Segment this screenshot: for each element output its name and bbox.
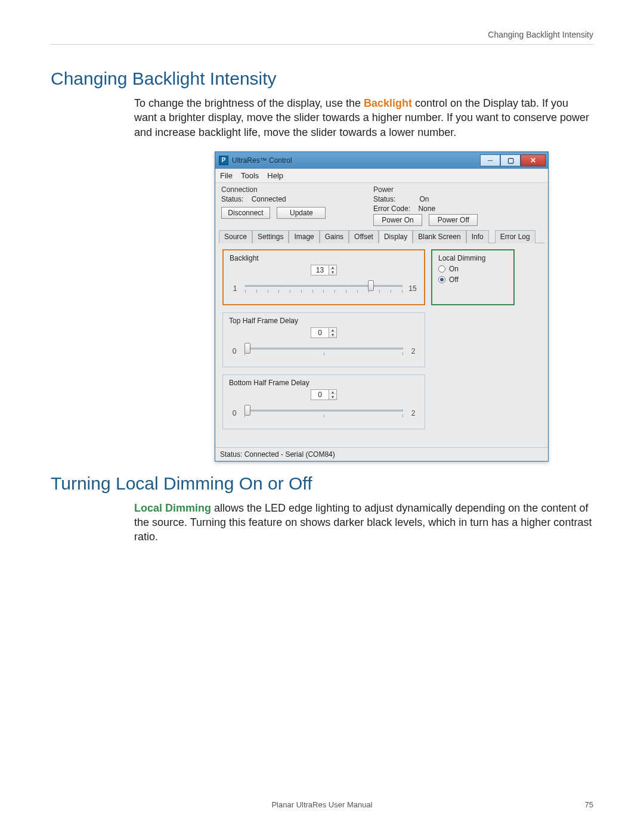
local-dimming-group: Local Dimming On Off (431, 249, 515, 305)
top-delay-spinner-down[interactable]: ▼ (329, 333, 336, 337)
top-delay-spinner[interactable]: 0 ▲ ▼ (311, 327, 337, 338)
close-icon: ✕ (530, 156, 536, 165)
backlight-spinner-down[interactable]: ▼ (329, 270, 336, 275)
bottom-delay-min: 0 (229, 409, 240, 417)
para2-highlight-local-dimming: Local Dimming (134, 502, 211, 514)
top-delay-spinner-up[interactable]: ▲ (329, 328, 336, 333)
backlight-value: 13 (311, 265, 329, 275)
bottom-delay-max: 2 (408, 409, 419, 417)
backlight-max: 15 (407, 284, 418, 293)
backlight-spinner[interactable]: 13 ▲ ▼ (311, 265, 337, 275)
heading-local-dimming: Turning Local Dimming On or Off (51, 473, 593, 494)
top-area: Connection Status: Connected Disconnect … (215, 183, 548, 230)
top-delay-legend: Top Half Frame Delay (229, 317, 419, 325)
para1-highlight-backlight: Backlight (364, 97, 412, 109)
footer-center: Planar UltraRes User Manual (0, 800, 644, 809)
connection-status-label: Status: (221, 195, 243, 203)
tab-strip: Source Settings Image Gains Offset Displ… (219, 230, 544, 243)
power-error-value: None (418, 205, 435, 213)
page-number: 75 (585, 800, 593, 809)
radio-off-label: Off (449, 275, 459, 284)
tab-gains[interactable]: Gains (320, 230, 349, 243)
local-dimming-off-row[interactable]: Off (438, 275, 507, 284)
tab-settings[interactable]: Settings (252, 230, 289, 243)
bottom-delay-spinner-down[interactable]: ▼ (329, 395, 336, 400)
para1-pre: To change the brightness of the display,… (134, 97, 364, 109)
radio-off[interactable] (438, 276, 445, 283)
bottom-delay-legend: Bottom Half Frame Delay (229, 379, 419, 387)
backlight-min: 1 (230, 284, 240, 293)
statusbar: Status: Connected - Serial (COM84) (215, 447, 548, 461)
minimize-button[interactable]: ─ (480, 154, 500, 166)
bottom-delay-spinner[interactable]: 0 ▲ ▼ (311, 389, 337, 400)
backlight-slider[interactable]: 1 15 (230, 281, 418, 296)
power-off-button[interactable]: Power Off (429, 214, 478, 226)
connection-status-value: Connected (252, 195, 286, 203)
connection-heading: Connection (221, 185, 349, 194)
ultrares-window: P UltraRes™ Control ─ ▢ ✕ File Tools Hel… (215, 151, 549, 462)
paragraph-local-dimming: Local Dimming allows the LED edge lighti… (51, 501, 593, 544)
tab-image[interactable]: Image (289, 230, 319, 243)
disconnect-button[interactable]: Disconnect (221, 207, 270, 219)
power-on-button[interactable]: Power On (373, 214, 422, 226)
local-dimming-on-row[interactable]: On (438, 265, 507, 273)
top-delay-min: 0 (229, 347, 240, 355)
maximize-button[interactable]: ▢ (500, 154, 521, 166)
menu-tools[interactable]: Tools (241, 171, 259, 180)
tab-body-display: Backlight 13 ▲ ▼ 1 (215, 243, 548, 447)
power-status-value: On (419, 195, 429, 203)
tab-source[interactable]: Source (219, 230, 252, 243)
update-button[interactable]: Update (277, 207, 326, 219)
close-button[interactable]: ✕ (521, 154, 546, 166)
tab-info[interactable]: Info (466, 230, 489, 243)
minimize-icon: ─ (488, 156, 493, 165)
bottom-half-frame-delay-group: Bottom Half Frame Delay 0 ▲ ▼ 0 (222, 374, 425, 429)
bottom-delay-spinner-up[interactable]: ▲ (329, 390, 336, 395)
bottom-delay-slider[interactable]: 0 2 (229, 406, 419, 420)
backlight-slider-thumb[interactable] (368, 280, 374, 291)
backlight-spinner-up[interactable]: ▲ (329, 265, 336, 270)
local-dimming-legend: Local Dimming (438, 254, 507, 262)
maximize-icon: ▢ (507, 156, 514, 165)
menu-file[interactable]: File (220, 171, 233, 180)
top-delay-value: 0 (311, 328, 329, 337)
tab-error-log[interactable]: Error Log (495, 230, 535, 243)
power-error-label: Error Code: (373, 205, 410, 213)
menubar: File Tools Help (215, 169, 548, 183)
app-icon: P (219, 156, 228, 165)
bottom-delay-slider-thumb[interactable] (244, 405, 250, 416)
top-delay-max: 2 (408, 347, 419, 355)
bottom-delay-value: 0 (311, 390, 329, 400)
power-heading: Power (373, 185, 482, 194)
paragraph-backlight: To change the brightness of the display,… (51, 96, 593, 140)
menu-help[interactable]: Help (267, 171, 283, 180)
tab-blank-screen[interactable]: Blank Screen (413, 230, 466, 243)
heading-changing-backlight: Changing Backlight Intensity (51, 69, 593, 89)
backlight-group: Backlight 13 ▲ ▼ 1 (222, 249, 425, 305)
window-title: UltraRes™ Control (232, 156, 292, 165)
radio-on[interactable] (438, 265, 445, 272)
top-delay-slider[interactable]: 0 2 (229, 344, 419, 358)
titlebar[interactable]: P UltraRes™ Control ─ ▢ ✕ (215, 152, 548, 169)
tab-offset[interactable]: Offset (349, 230, 379, 243)
top-delay-slider-thumb[interactable] (244, 343, 250, 354)
radio-on-label: On (449, 265, 459, 273)
backlight-legend: Backlight (230, 254, 418, 262)
top-half-frame-delay-group: Top Half Frame Delay 0 ▲ ▼ 0 (222, 312, 425, 367)
tab-display[interactable]: Display (379, 230, 413, 243)
running-header: Changing Backlight Intensity (51, 30, 593, 45)
power-status-label: Status: (373, 195, 395, 203)
